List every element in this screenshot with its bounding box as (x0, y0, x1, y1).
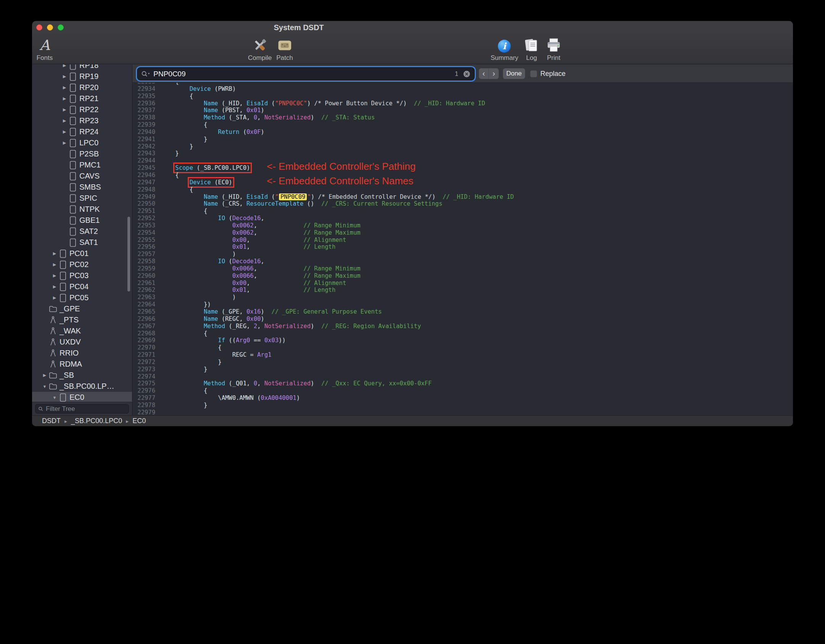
disclosure-collapsed-icon[interactable]: ▶ (61, 74, 68, 79)
code-line[interactable]: 22944 (132, 157, 793, 164)
code-line[interactable]: 22939 { (132, 121, 793, 129)
code-line[interactable]: 22958 IO (Decode16, (132, 258, 793, 265)
filter-tree-input[interactable]: Filter Tree (35, 404, 129, 414)
code-line[interactable]: 22974 (132, 373, 793, 380)
fonts-button[interactable]: A Fonts (37, 36, 53, 62)
code-line[interactable]: 22934 Device (PWRB) (132, 85, 793, 93)
code-line[interactable]: 22948 { (132, 186, 793, 193)
search-input[interactable]: PNP0C09 1 (137, 68, 474, 80)
sidebar-item-pc03[interactable]: ▶PC03 (32, 270, 132, 281)
disclosure-collapsed-icon[interactable]: ▶ (61, 96, 68, 101)
clear-search-icon[interactable] (463, 70, 471, 78)
code-line[interactable]: 22935 { (132, 93, 793, 100)
code-line[interactable]: 22960 0x0066, // Range Maximum (132, 272, 793, 280)
sidebar-item-_pts[interactable]: _PTS (32, 314, 132, 325)
sidebar-item-pc01[interactable]: ▶PC01 (32, 248, 132, 259)
sidebar-item-ec0[interactable]: ▼EC0 (32, 392, 132, 403)
sidebar-item-rp19[interactable]: ▶RP19 (32, 71, 132, 82)
code-line[interactable]: 22968 { (132, 330, 793, 337)
code-line[interactable]: 22957 ) (132, 251, 793, 258)
breadcrumb-item-ec0[interactable]: EC0 (132, 417, 146, 425)
code-line[interactable]: 22945 Scope (_SB.PC00.LPC0)<- Embedded C… (132, 164, 793, 172)
find-previous-button[interactable]: ‹ (479, 68, 489, 79)
disclosure-collapsed-icon[interactable]: ▶ (51, 251, 58, 256)
sidebar-scrollbar[interactable] (127, 217, 130, 291)
code-line[interactable]: 22962 0x01, // Length (132, 287, 793, 294)
sidebar-item-rp18[interactable]: ▶RP18 (32, 64, 132, 71)
code-line[interactable]: 22977 \AMW0.AMWN (0xA0040001) (132, 394, 793, 402)
log-button[interactable]: Log (524, 36, 540, 62)
disclosure-collapsed-icon[interactable]: ▶ (51, 295, 58, 300)
disclosure-collapsed-icon[interactable]: ▶ (51, 262, 58, 267)
sidebar-item-_gpe[interactable]: _GPE (32, 303, 132, 314)
code-area[interactable]: 22933 {22934 Device (PWRB)22935 {22936 N… (132, 83, 793, 415)
code-line[interactable]: 22946 { (132, 172, 793, 179)
code-line[interactable]: 22979 (132, 409, 793, 415)
code-line[interactable]: 22941 } (132, 136, 793, 143)
replace-checkbox[interactable] (530, 70, 537, 77)
sidebar-item-rp24[interactable]: ▶RP24 (32, 126, 132, 137)
sidebar-item-rp20[interactable]: ▶RP20 (32, 82, 132, 93)
sidebar-item-rp23[interactable]: ▶RP23 (32, 115, 132, 126)
disclosure-expanded-icon[interactable]: ▼ (51, 395, 58, 400)
sidebar-item-p2sb[interactable]: P2SB (32, 148, 132, 159)
code-line[interactable]: 22978 } (132, 402, 793, 409)
code-line[interactable]: 22966 Name (REGC, 0x00) (132, 316, 793, 323)
sidebar-item-_sb[interactable]: ▶_SB (32, 370, 132, 381)
code-line[interactable]: 22959 0x0066, // Range Minimum (132, 265, 793, 272)
patch-button[interactable]: Patch (276, 36, 293, 62)
disclosure-collapsed-icon[interactable]: ▶ (51, 273, 58, 278)
sidebar-item-rp21[interactable]: ▶RP21 (32, 93, 132, 104)
code-line[interactable]: 22938 Method (_STA, 0, NotSerialized) //… (132, 114, 793, 121)
code-line[interactable]: 22961 0x00, // Alignment (132, 280, 793, 287)
sidebar-item-sat2[interactable]: SAT2 (32, 226, 132, 237)
sidebar-item-rp22[interactable]: ▶RP22 (32, 104, 132, 115)
code-line[interactable]: 22973 } (132, 366, 793, 373)
sidebar-item-sat1[interactable]: SAT1 (32, 237, 132, 248)
breadcrumb-item-lpc0[interactable]: _SB.PC00.LPC0 (71, 417, 122, 425)
sidebar-item-smbs[interactable]: SMBS (32, 182, 132, 193)
zoom-button[interactable] (58, 24, 64, 31)
code-line[interactable]: 22951 { (132, 208, 793, 215)
compile-button[interactable]: Compile (248, 36, 272, 62)
sidebar-item-cavs[interactable]: CAVS (32, 171, 132, 182)
code-line[interactable]: 22963 ) (132, 294, 793, 301)
done-button[interactable]: Done (503, 68, 525, 79)
sidebar-item-rdma[interactable]: RDMA (32, 359, 132, 370)
sidebar-item-_wak[interactable]: _WAK (32, 325, 132, 336)
find-next-button[interactable]: › (489, 68, 499, 79)
sidebar-item-_sbpc00lp[interactable]: ▼_SB.PC00.LP… (32, 381, 132, 392)
sidebar-item-gbe1[interactable]: GBE1 (32, 215, 132, 226)
code-line[interactable]: 22953 0x0062, // Range Minimum (132, 222, 793, 229)
sidebar-item-lpc0[interactable]: ▶LPC0 (32, 137, 132, 148)
disclosure-collapsed-icon[interactable]: ▶ (61, 107, 68, 112)
sidebar-item-rrio[interactable]: RRIO (32, 348, 132, 359)
disclosure-collapsed-icon[interactable]: ▶ (61, 140, 68, 145)
breadcrumb-item-dsdt[interactable]: DSDT (42, 417, 61, 425)
code-line[interactable]: 22940 Return (0x0F) (132, 129, 793, 136)
disclosure-collapsed-icon[interactable]: ▶ (61, 85, 68, 90)
code-line[interactable]: 22954 0x0062, // Range Maximum (132, 229, 793, 237)
disclosure-expanded-icon[interactable]: ▼ (41, 384, 48, 389)
close-button[interactable] (36, 24, 42, 31)
sidebar-item-pc05[interactable]: ▶PC05 (32, 292, 132, 303)
minimize-button[interactable] (47, 24, 53, 31)
code-line[interactable]: 22964 }) (132, 301, 793, 308)
code-line[interactable]: 22952 IO (Decode16, (132, 215, 793, 222)
code-line[interactable]: 22936 Name (_HID, EisaId ("PNP0C0C") /* … (132, 100, 793, 107)
disclosure-collapsed-icon[interactable]: ▶ (41, 373, 48, 378)
code-line[interactable]: 22937 Name (PBST, 0x01) (132, 107, 793, 114)
disclosure-collapsed-icon[interactable]: ▶ (61, 64, 68, 68)
code-line[interactable]: 22965 Name (_GPE, 0x16) // _GPE: General… (132, 308, 793, 316)
sidebar-item-spic[interactable]: SPIC (32, 193, 132, 204)
sidebar-item-uxdv[interactable]: UXDV (32, 336, 132, 348)
code-line[interactable]: 22976 { (132, 387, 793, 394)
print-button[interactable]: Print (546, 36, 562, 62)
code-line[interactable]: 22969 If ((Arg0 == 0x03)) (132, 337, 793, 344)
code-line[interactable]: 22950 Name (_CRS, ResourceTemplate () //… (132, 200, 793, 208)
code-line[interactable]: 22955 0x00, // Alignment (132, 237, 793, 244)
code-line[interactable]: 22933 { (132, 83, 793, 85)
code-line[interactable]: 22949 Name (_HID, EisaId ("PNP0C09") /* … (132, 193, 793, 201)
code-line[interactable]: 22975 Method (_Q01, 0, NotSerialized) //… (132, 380, 793, 387)
sidebar-item-pc02[interactable]: ▶PC02 (32, 259, 132, 270)
